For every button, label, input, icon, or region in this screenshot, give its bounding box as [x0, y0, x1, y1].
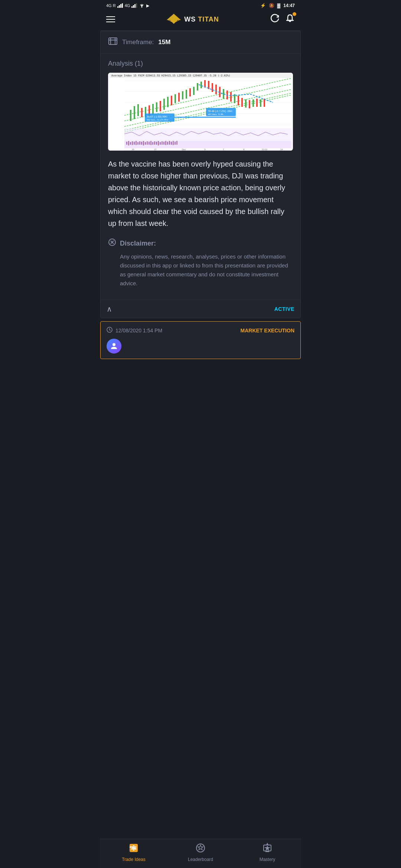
svg-rect-32	[137, 104, 139, 116]
svg-rect-13	[109, 38, 117, 45]
mastery-icon	[262, 843, 273, 855]
svg-rect-91	[154, 141, 155, 145]
signal-icon2	[131, 3, 137, 8]
svg-text:14: 14	[280, 148, 283, 151]
svg-rect-53	[215, 85, 217, 94]
svg-rect-82	[137, 142, 138, 145]
next-trade-card[interactable]: 12/08/2020 1:54 PM MARKET EXECUTION	[100, 321, 301, 359]
svg-text:36.48 (-0.7.2%) -384↑: 36.48 (-0.7.2%) -384↑	[208, 110, 233, 113]
svg-rect-103	[176, 141, 177, 145]
disclaimer-title: Disclaimer:	[120, 240, 156, 247]
svg-marker-131	[267, 844, 268, 844]
card-footer: ∧ ACTIVE	[101, 300, 300, 318]
svg-rect-100	[171, 142, 172, 145]
svg-rect-52	[212, 83, 213, 92]
status-right: ⚡ 🔕 ▓ 14:47	[260, 3, 295, 8]
svg-marker-126	[198, 845, 203, 850]
svg-rect-93	[158, 141, 159, 145]
chart-icon	[108, 37, 118, 47]
mastery-label: Mastery	[260, 857, 276, 862]
chart-svg: Average Index 15 FXCM O29413.55 H29415.1…	[108, 73, 293, 151]
trade-ideas-icon	[128, 843, 139, 855]
svg-rect-80	[134, 142, 135, 145]
app-logo: WS TITAN	[166, 13, 219, 26]
timeframe-label: Timeframe:	[122, 39, 154, 46]
svg-rect-96	[163, 142, 164, 145]
active-badge: ACTIVE	[274, 306, 294, 312]
location-icon-placeholder: ▶	[146, 3, 149, 8]
svg-rect-84	[141, 142, 142, 145]
nav-leaderboard[interactable]: Leaderboard	[167, 843, 234, 862]
svg-point-117	[113, 343, 115, 346]
refresh-button[interactable]	[270, 14, 280, 25]
trade-ideas-label: Trade Ideas	[122, 857, 146, 862]
logo-icon	[166, 13, 181, 26]
svg-rect-57	[230, 92, 232, 102]
analysis-section: Analysis (1) Average Index 15 FXCM O2941…	[101, 54, 300, 294]
app-title: WS TITAN	[184, 16, 219, 23]
disclaimer-text: Any opinions, news, research, analyses, …	[108, 252, 293, 288]
leaderboard-icon	[195, 843, 206, 855]
notifications-button[interactable]	[285, 14, 295, 25]
svg-rect-81	[136, 141, 137, 145]
nav-actions	[270, 14, 295, 25]
trade-card: Timeframe: 15M Analysis (1) Average Inde…	[100, 31, 301, 318]
hamburger-menu[interactable]	[106, 16, 115, 22]
svg-rect-42	[175, 94, 176, 103]
nav-mastery[interactable]: Mastery	[234, 843, 301, 862]
svg-text:25: 25	[132, 148, 134, 151]
nav-trade-ideas[interactable]: Trade Ideas	[100, 843, 167, 862]
svg-rect-89	[150, 141, 151, 145]
svg-rect-77	[128, 141, 129, 145]
svg-rect-63	[252, 99, 254, 107]
main-content: Timeframe: 15M Analysis (1) Average Inde…	[100, 31, 301, 389]
svg-rect-102	[175, 142, 176, 145]
wifi-icon	[139, 3, 145, 8]
svg-text:Average Index  15  FXCM  O2941: Average Index 15 FXCM O29413.55 H29415.1…	[111, 74, 230, 77]
svg-rect-58	[234, 94, 235, 103]
svg-rect-49	[200, 82, 202, 88]
disclaimer-header: Disclaimer:	[108, 238, 293, 249]
svg-rect-64	[256, 99, 258, 107]
card-timestamp: 12/08/2020 1:54 PM	[107, 327, 162, 334]
svg-rect-0	[117, 6, 118, 8]
svg-rect-43	[178, 93, 180, 102]
svg-rect-65	[260, 99, 261, 107]
svg-rect-7	[136, 3, 137, 8]
bottom-nav: Trade Ideas Leaderboard Mastery	[100, 839, 301, 868]
clock-svg	[107, 327, 113, 333]
svg-rect-31	[134, 106, 135, 119]
disclaimer-icon	[108, 238, 116, 249]
svg-rect-59	[238, 96, 239, 105]
svg-point-8	[141, 7, 143, 8]
svg-rect-61	[245, 99, 247, 108]
time-display: 14:47	[283, 3, 295, 8]
svg-text:Dec: Dec	[182, 148, 186, 151]
svg-rect-79	[132, 141, 133, 145]
svg-rect-94	[160, 142, 161, 145]
avatar-icon	[110, 342, 118, 351]
card-datetime: 12/08/2020 1:54 PM	[115, 328, 162, 333]
svg-rect-78	[130, 142, 131, 145]
status-left: 4G R 4G ▶	[106, 3, 149, 8]
clock-icon	[107, 327, 113, 334]
timeframe-section: Timeframe: 15M	[101, 31, 300, 54]
analysis-title: Analysis (1)	[108, 60, 293, 68]
svg-rect-6	[134, 4, 136, 8]
leaderboard-label: Leaderboard	[188, 857, 213, 862]
notification-badge	[293, 12, 296, 16]
svg-text:497 bars, 7c.8h: 497 bars, 7c.8h	[208, 113, 223, 115]
svg-rect-44	[182, 91, 183, 99]
network-indicator: 4G R	[106, 3, 116, 8]
chart-container: Average Index 15 FXCM O29413.55 H29415.1…	[108, 73, 293, 151]
svg-rect-97	[165, 141, 166, 145]
svg-rect-36	[152, 104, 154, 114]
svg-rect-1	[119, 5, 120, 8]
svg-rect-76	[126, 142, 127, 145]
svg-rect-101	[173, 141, 174, 145]
svg-rect-99	[169, 141, 170, 145]
svg-rect-83	[139, 141, 140, 145]
svg-rect-46	[189, 88, 191, 96]
network2-indicator: 4G	[125, 3, 130, 8]
collapse-button[interactable]: ∧	[107, 305, 112, 313]
